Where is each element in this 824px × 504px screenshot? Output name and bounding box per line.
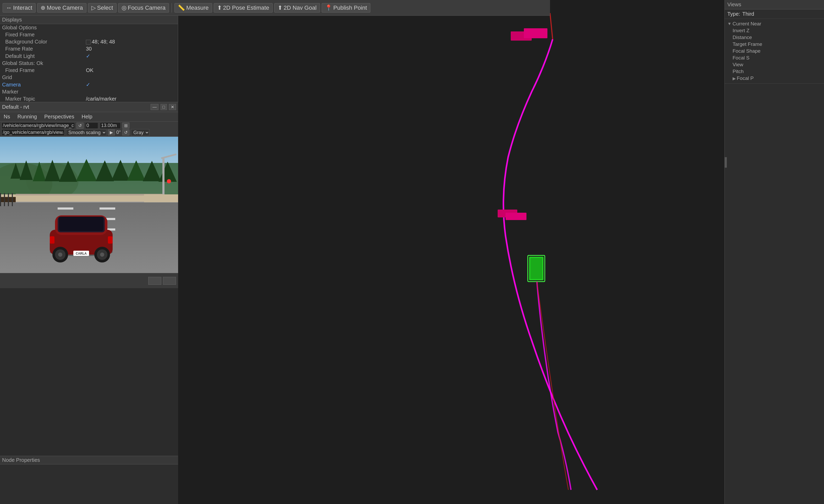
- color-swatch: [86, 40, 91, 44]
- displays-title: Displays: [0, 16, 178, 24]
- right-panel-header: Views: [725, 0, 824, 9]
- minimize-button[interactable]: —: [150, 104, 159, 110]
- color-select[interactable]: Gray: [131, 129, 149, 136]
- prop-label: Global Status: Ok: [0, 60, 84, 67]
- maximize-button[interactable]: □: [161, 104, 167, 110]
- measure-button[interactable]: 📏 Measure: [175, 3, 212, 13]
- properties-table: Global Options Fixed Frame Background Co…: [0, 24, 178, 102]
- prop-value: [84, 88, 178, 95]
- svg-rect-34: [12, 193, 13, 206]
- current-near-section: ▼ Current Near Invert Z Distance Target …: [725, 19, 824, 84]
- checkbox-icon: [86, 53, 90, 59]
- prop-bg-color: Background Color 48; 48; 48: [0, 38, 178, 45]
- svg-point-45: [100, 253, 104, 257]
- prop-label: Fixed Frame: [0, 67, 84, 74]
- type-label: Type:: [727, 11, 740, 17]
- measure-icon: 📏: [178, 4, 185, 11]
- focus-camera-button[interactable]: ◎ Focus Camera: [118, 3, 169, 13]
- pitch-label: Pitch: [733, 69, 744, 74]
- current-near-label: Current Near: [733, 21, 761, 27]
- svg-text:CARLA: CARLA: [76, 252, 87, 256]
- views-label: Views: [727, 2, 741, 8]
- svg-rect-33: [8, 193, 9, 206]
- prop-fixed-frame2: Fixed Frame OK: [0, 67, 178, 74]
- svg-rect-19: [16, 194, 163, 195]
- prop-label: Marker: [0, 88, 84, 95]
- menu-perspectives[interactable]: Perspectives: [43, 113, 76, 120]
- prop-label: Default Light: [0, 53, 84, 60]
- invert-z-label: Invert Z: [733, 28, 749, 33]
- prop-frame-rate: Frame Rate 30: [0, 45, 178, 53]
- panel-resize-handle[interactable]: [725, 157, 727, 168]
- focal-s-prop: Focal S: [727, 55, 821, 61]
- expand-button[interactable]: ⊞: [122, 123, 129, 129]
- prop-camera: Camera: [0, 81, 178, 88]
- panel-bottom-title: Node Properties: [0, 456, 178, 465]
- nav-icon: ⬆: [278, 4, 282, 11]
- select-button[interactable]: ▷ Select: [88, 3, 117, 13]
- nav-goal-button[interactable]: ⬆ 2D Nav Goal: [274, 3, 320, 13]
- view-label: View: [733, 62, 743, 68]
- panel-bottom-area: Node Properties: [0, 456, 178, 504]
- prop-value: /carla/marker: [84, 95, 178, 102]
- svg-rect-48: [50, 236, 55, 243]
- main-toolbar: ↔ Interact ⊕ Move Camera ▷ Select ◎ Focu…: [0, 0, 550, 16]
- publish-icon: 📍: [325, 4, 332, 11]
- focus-camera-label: Focus Camera: [128, 4, 166, 11]
- focal-shape-prop: Focal Shape: [727, 48, 821, 55]
- select-label: Select: [97, 4, 113, 11]
- refresh-button[interactable]: ↺: [77, 123, 84, 129]
- prop-label: Grid: [0, 74, 84, 81]
- interact-button[interactable]: ↔ Interact: [3, 3, 36, 13]
- map-3d-svg: [178, 0, 788, 504]
- distance-prop: Distance: [727, 34, 821, 41]
- prop-value: [84, 81, 178, 88]
- camera-viewport[interactable]: CARLA: [0, 137, 178, 273]
- prop-value: [84, 31, 178, 38]
- pose-icon: ⬆: [217, 4, 222, 11]
- svg-point-17: [167, 179, 171, 183]
- prop-value: 30: [84, 45, 178, 53]
- prop-value: OK: [84, 67, 178, 74]
- prop-global-status: Global Status: Ok: [0, 60, 178, 67]
- move-camera-icon: ⊕: [40, 4, 45, 11]
- close-button[interactable]: ✕: [169, 104, 176, 110]
- svg-rect-32: [4, 193, 5, 206]
- fps-input[interactable]: [100, 122, 121, 129]
- prop-value: 48; 48; 48: [84, 38, 178, 45]
- prop-value: [84, 24, 178, 31]
- road-scene-svg: CARLA: [0, 137, 178, 273]
- focus-camera-icon: ◎: [121, 4, 126, 11]
- svg-rect-31: [0, 193, 1, 206]
- rviz-menubar: Ns Running Perspectives Help: [0, 112, 178, 121]
- scaling-select[interactable]: Smooth scaling: [66, 129, 106, 136]
- map-viewport[interactable]: [178, 0, 788, 504]
- queue-input[interactable]: [85, 122, 98, 129]
- svg-rect-29: [144, 194, 178, 202]
- publish-label: Publish Point: [333, 4, 367, 11]
- pitch-prop: Pitch: [727, 68, 821, 75]
- measure-label: Measure: [186, 4, 209, 11]
- topic-input[interactable]: [2, 122, 75, 129]
- pose-estimate-button[interactable]: ⬆ 2D Pose Estimate: [214, 3, 273, 13]
- prop-label: Marker Topic: [0, 95, 84, 102]
- rotation-label: 0°: [116, 130, 121, 135]
- svg-rect-56: [530, 258, 542, 279]
- interact-icon: ↔: [6, 4, 12, 11]
- prop-marker-topic: Marker Topic /carla/marker: [0, 95, 178, 102]
- target-frame-label: Target Frame: [733, 41, 762, 47]
- type-section: Type: Third: [725, 9, 824, 19]
- rotate-button[interactable]: ↺: [122, 129, 129, 135]
- publish-point-button[interactable]: 📍 Publish Point: [322, 3, 370, 13]
- view-prop: View: [727, 61, 821, 68]
- move-camera-button[interactable]: ⊕ Move Camera: [37, 3, 86, 13]
- menu-ns[interactable]: Ns: [2, 113, 11, 120]
- topic2-input[interactable]: [2, 129, 65, 136]
- bottom-btn-2[interactable]: [163, 277, 176, 285]
- bottom-btn-1[interactable]: [148, 277, 161, 285]
- menu-running[interactable]: Running: [16, 113, 38, 120]
- current-near-prop: ▼ Current Near: [727, 20, 821, 27]
- svg-rect-49: [108, 236, 113, 243]
- go-button[interactable]: ▶: [108, 129, 115, 135]
- menu-help[interactable]: Help: [80, 113, 94, 120]
